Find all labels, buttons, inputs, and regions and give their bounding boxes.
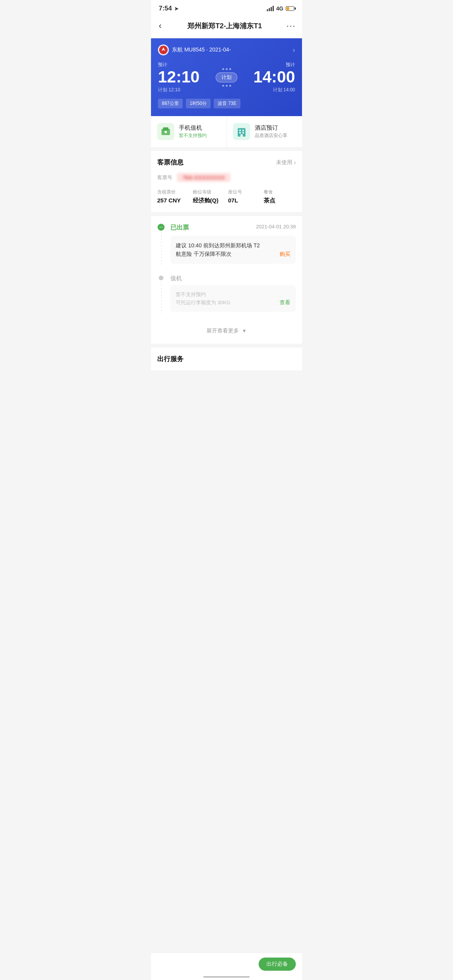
ticket-card-header: 客票信息 未使用 › xyxy=(157,158,296,167)
view-baggage-link[interactable]: 查看 xyxy=(280,299,290,306)
issued-title: 已出票 xyxy=(170,224,189,232)
checkin-sub2: 可托运行李额度为 30KG xyxy=(176,299,230,307)
buy-insurance-link[interactable]: 购买 xyxy=(280,251,290,258)
ticket-num-value: 784-XXXXXXXX xyxy=(177,173,230,182)
checkin-icon xyxy=(157,123,174,140)
status-bar: 7:54 ➤ 4G xyxy=(151,0,302,15)
duration-tag: 1时50分 xyxy=(186,99,211,108)
svg-rect-6 xyxy=(242,130,244,131)
ticket-number-row: 客票号 784-XXXXXXXX xyxy=(157,173,296,182)
issued-time: 2021-04-01 20:39 xyxy=(256,224,296,230)
timeline-issued: ··· 已出票 2021-04-01 20:39 建议 10:40 前到达郑州新… xyxy=(157,224,296,267)
class-value: 经济舱(Q) xyxy=(193,197,225,204)
issued-header: 已出票 2021-04-01 20:39 xyxy=(170,224,296,232)
location-icon: ➤ xyxy=(174,6,178,12)
timeline-issued-left: ··· xyxy=(157,224,165,267)
checkin-info-row: 可托运行李额度为 30KG 查看 xyxy=(176,299,290,307)
svg-rect-9 xyxy=(240,134,243,137)
meal-label: 餐食 xyxy=(264,189,296,195)
flight-header: 东航 MU8545 · 2021-04- › xyxy=(158,45,295,55)
ticket-detail-price: 含税票价 257 CNY xyxy=(157,189,190,204)
seat-label: 座位号 xyxy=(228,189,261,195)
arrival-label: 预计 xyxy=(286,62,295,68)
flight-detail-chevron[interactable]: › xyxy=(293,46,295,54)
flight-tags: 887公里 1时50分 波音 73E xyxy=(158,99,295,108)
checkin-title: 值机 xyxy=(170,275,296,282)
services-section: 出行服务 xyxy=(151,348,302,370)
ticket-card: 客票信息 未使用 › 客票号 784-XXXXXXXX 含税票价 257 CNY… xyxy=(151,151,302,212)
checkin-service[interactable]: 手机值机 暂不支持预约 xyxy=(151,116,226,147)
expand-row[interactable]: 展开查看更多 ▼ xyxy=(157,323,296,336)
checkin-sub1: 暂不支持预约 xyxy=(176,291,290,299)
departure-label: 预计 xyxy=(158,62,199,68)
dots-line-right xyxy=(222,85,231,87)
arrival-block: 预计 14:00 计划 14:00 xyxy=(254,62,295,93)
ticket-num-label: 客票号 xyxy=(157,174,172,181)
ticket-detail-seat: 座位号 07L xyxy=(228,189,261,204)
price-label: 含税票价 xyxy=(157,189,190,195)
svg-rect-7 xyxy=(239,132,241,134)
price-value: 257 CNY xyxy=(157,197,190,204)
checkin-dot xyxy=(159,276,163,280)
ticket-status[interactable]: 未使用 › xyxy=(276,159,296,166)
airline-label: 东航 MU8545 · 2021-04- xyxy=(172,46,231,53)
seat-value: 07L xyxy=(228,197,261,204)
distance-tag: 887公里 xyxy=(158,99,183,108)
hotel-service[interactable]: 酒店预订 品质酒店安心享 xyxy=(226,116,302,147)
back-button[interactable]: ‹ xyxy=(157,19,163,33)
checkin-name: 手机值机 xyxy=(179,124,207,132)
issued-content: 已出票 2021-04-01 20:39 建议 10:40 前到达郑州新郑机场 … xyxy=(170,224,296,267)
departure-block: 预计 12:10 计划 12:10 xyxy=(158,62,199,93)
hotel-sub: 品质酒店安心享 xyxy=(255,132,287,139)
network-type: 4G xyxy=(276,5,283,12)
departure-time: 12:10 xyxy=(158,69,199,85)
airline-info: 东航 MU8545 · 2021-04- xyxy=(158,45,231,55)
checkin-line xyxy=(161,282,161,314)
hotel-name: 酒店预订 xyxy=(255,124,287,132)
ticket-title: 客票信息 xyxy=(157,158,184,167)
service-row: 手机值机 暂不支持预约 酒店预订 品质酒店安心享 xyxy=(151,116,302,147)
svg-rect-5 xyxy=(239,130,241,131)
flight-middle: 计划 xyxy=(199,68,253,87)
flight-status-badge: 计划 xyxy=(216,72,237,82)
page-title: 郑州新郑T2-上海浦东T1 xyxy=(187,21,262,31)
battery-icon xyxy=(286,6,294,11)
svg-rect-8 xyxy=(242,132,244,134)
expand-arrow-icon: ▼ xyxy=(242,328,247,334)
insurance-text: 航意险 千万保障不限次 xyxy=(176,250,232,258)
arrival-plan: 计划 14:00 xyxy=(273,87,295,93)
timeline-checkin: 值机 暂不支持预约 可托运行李额度为 30KG 查看 xyxy=(157,275,296,315)
issued-info-box: 建议 10:40 前到达郑州新郑机场 T2 航意险 千万保障不限次 购买 xyxy=(170,236,296,264)
ticket-chevron: › xyxy=(294,159,296,166)
issued-info-row: 航意险 千万保障不限次 购买 xyxy=(176,250,290,258)
timeline-checkin-left xyxy=(157,275,165,315)
status-time: 7:54 xyxy=(159,5,172,12)
airline-logo xyxy=(158,45,169,55)
checkin-content: 值机 暂不支持预约 可托运行李额度为 30KG 查看 xyxy=(170,275,296,315)
timeline-card: ··· 已出票 2021-04-01 20:39 建议 10:40 前到达郑州新… xyxy=(151,216,302,344)
more-button[interactable]: ··· xyxy=(287,21,296,31)
dots-line xyxy=(222,68,231,70)
checkin-text: 手机值机 暂不支持预约 xyxy=(179,124,207,139)
departure-plan: 计划 12:10 xyxy=(158,87,199,93)
ticket-detail-meal: 餐食 茶点 xyxy=(264,189,296,204)
issued-info-text: 建议 10:40 前到达郑州新郑机场 T2 xyxy=(176,241,290,250)
flight-card: 东航 MU8545 · 2021-04- › 预计 12:10 计划 12:10… xyxy=(151,38,302,116)
ticket-detail-class: 舱位等级 经济舱(Q) xyxy=(193,189,225,204)
checkin-sub: 暂不支持预约 xyxy=(179,132,207,139)
ticket-details: 含税票价 257 CNY 舱位等级 经济舱(Q) 座位号 07L 餐食 茶点 xyxy=(157,189,296,204)
hotel-icon xyxy=(233,123,250,140)
flight-times: 预计 12:10 计划 12:10 计划 预计 14:00 计划 14:00 xyxy=(158,62,295,93)
issued-line xyxy=(161,232,161,266)
signal-icon xyxy=(267,6,274,11)
status-icons: 4G xyxy=(267,5,294,12)
checkin-info-box: 暂不支持预约 可托运行李额度为 30KG 查看 xyxy=(170,285,296,312)
class-label: 舱位等级 xyxy=(193,189,225,195)
arrival-time: 14:00 xyxy=(254,69,295,85)
svg-rect-2 xyxy=(163,127,168,130)
issued-dot: ··· xyxy=(158,224,165,231)
expand-label: 展开查看更多 xyxy=(206,327,239,334)
services-title: 出行服务 xyxy=(157,355,184,363)
ticket-status-text: 未使用 xyxy=(276,159,292,166)
hotel-text: 酒店预订 品质酒店安心享 xyxy=(255,124,287,139)
